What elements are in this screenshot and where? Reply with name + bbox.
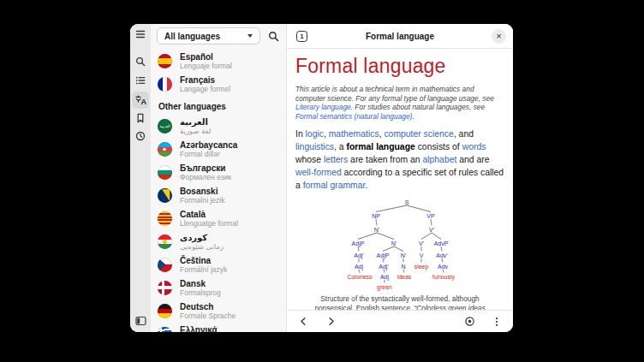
- wiki-link[interactable]: linguistics: [295, 142, 334, 151]
- translated-article-title: لغة صورية: [180, 127, 211, 135]
- language-panel-header: All languages: [151, 24, 286, 48]
- language-item-de[interactable]: DeutschFormale Sprache: [151, 300, 286, 323]
- article-header: Formal language 1 ×: [287, 24, 513, 49]
- language-item-el[interactable]: ΕλληνικάΤυπική γλώσσα: [151, 323, 286, 332]
- translated-article-title: Формален език: [180, 173, 231, 181]
- flag-icon-el: [158, 327, 172, 332]
- forward-button[interactable]: [322, 313, 339, 330]
- hatnote: This article is about a technical term i…: [295, 85, 504, 121]
- tree-node: NP: [372, 213, 380, 219]
- article-panel: Formal language 1 × Formal language This…: [287, 24, 513, 332]
- toggle-sidebar-button[interactable]: [132, 312, 149, 329]
- language-item-fr[interactable]: FrançaisLangage formel: [151, 73, 286, 96]
- tree-node: S: [405, 199, 409, 205]
- language-name: Deutsch: [180, 302, 236, 312]
- article-footer: [287, 310, 513, 332]
- rail-languages-button[interactable]: A: [132, 92, 149, 109]
- language-filter-label: All languages: [164, 32, 220, 41]
- svg-text:A: A: [140, 98, 146, 105]
- wiki-link[interactable]: words: [462, 142, 486, 151]
- page-title: Formal language: [295, 55, 504, 78]
- close-icon: ×: [496, 32, 501, 41]
- tree-node: N: [401, 264, 405, 270]
- translated-article-title: Langage formel: [180, 85, 230, 93]
- wiki-link[interactable]: letters: [324, 155, 348, 164]
- wiki-link[interactable]: mathematics: [329, 129, 379, 139]
- wiki-link[interactable]: Literary language: [295, 103, 351, 111]
- chevron-left-icon: [299, 317, 308, 326]
- language-search-button[interactable]: [265, 27, 282, 45]
- language-item-ku[interactable]: کوردیزمانی شێوەیی: [151, 230, 286, 253]
- figure-caption: Structure of the syntactically well-form…: [307, 294, 493, 310]
- language-list: EspañolLenguaje formalFrançaisLangage fo…: [151, 48, 286, 332]
- translated-article-title: Formale Sprache: [180, 312, 236, 320]
- clock-icon: [135, 131, 146, 141]
- back-button[interactable]: [295, 313, 312, 330]
- article-menu-button[interactable]: [488, 313, 505, 330]
- translated-article-title: زمانی شێوەیی: [180, 242, 224, 251]
- chevron-down-icon: [247, 34, 253, 38]
- rail-toc-button[interactable]: [132, 72, 149, 89]
- language-name: العربية: [180, 117, 211, 128]
- lead-paragraph: In logic, mathematics, computer science,…: [295, 128, 504, 192]
- tree-word: Colorless: [347, 274, 372, 280]
- language-item-bg[interactable]: БългарскиФормален език: [151, 161, 286, 184]
- rail-bookmarks-button[interactable]: [132, 110, 149, 127]
- flag-icon-es: [158, 54, 172, 68]
- wiki-link[interactable]: logic: [306, 129, 324, 139]
- language-name: Ελληνικά: [180, 325, 230, 332]
- icon-rail: A: [130, 24, 151, 332]
- flag-icon-bs: [158, 188, 172, 203]
- wiki-link[interactable]: Formal semantics (natural language): [295, 112, 412, 121]
- tree-node: AdjP: [352, 240, 365, 246]
- figure: SNPVPN'V'AdjPN'V'AdvPAdj'AdjPN'VAdv'AdjA…: [295, 193, 504, 310]
- languages-icon: A: [135, 95, 146, 105]
- wiki-link[interactable]: well-formed: [295, 168, 342, 177]
- language-name: Español: [180, 52, 232, 62]
- rail-history-button[interactable]: [132, 128, 149, 145]
- language-item-ca[interactable]: CatalàLlenguatge formal: [151, 207, 286, 230]
- wiki-link[interactable]: formal grammar: [303, 181, 366, 190]
- language-item-cs[interactable]: ČeštinaFormální jazyk: [151, 253, 286, 276]
- language-name: Azərbaycanca: [180, 140, 237, 151]
- flag-icon-da: [158, 281, 172, 295]
- rail-search-button[interactable]: [132, 53, 149, 70]
- language-panel: All languages EspañolLenguaje formalFran…: [151, 24, 287, 332]
- wiki-reader-window: A: [130, 24, 513, 332]
- reader-view-button[interactable]: [461, 313, 478, 330]
- chevron-right-icon: [326, 317, 336, 326]
- kebab-menu-icon: [492, 317, 502, 327]
- language-name: Català: [180, 210, 238, 220]
- language-name: Français: [180, 75, 230, 86]
- flag-icon-fr: [158, 77, 172, 92]
- tree-node: V': [429, 227, 434, 233]
- flag-icon-ca: [158, 211, 172, 226]
- syntax-tree[interactable]: SNPVPN'V'AdjPN'V'AdvPAdj'AdjPN'VAdv'AdjA…: [336, 193, 464, 291]
- language-item-es[interactable]: EspañolLenguaje formal: [151, 50, 286, 73]
- wiki-link[interactable]: alphabet: [422, 155, 456, 164]
- translated-article-title: Lenguaje formal: [180, 62, 232, 70]
- tabs-indicator-icon[interactable]: 1: [296, 31, 307, 42]
- tree-node: Adj': [379, 264, 388, 270]
- tree-word: furiously: [432, 274, 455, 280]
- language-name: Čeština: [180, 256, 227, 266]
- list-icon: [135, 75, 146, 86]
- language-item-da[interactable]: DanskFormalsprog: [151, 276, 286, 300]
- translated-article-title: Formální jazyk: [180, 265, 227, 274]
- tree-node: Adv: [438, 264, 448, 270]
- language-filter-dropdown[interactable]: All languages: [157, 27, 260, 45]
- main-menu-button[interactable]: [132, 26, 149, 43]
- flag-icon-ar: [158, 119, 172, 134]
- language-item-az[interactable]: AzərbaycancaFormal dillər: [151, 138, 286, 161]
- wiki-link[interactable]: computer science: [384, 129, 453, 139]
- desktop-background: A: [0, 0, 644, 362]
- tree-node: N': [391, 240, 397, 246]
- close-button[interactable]: ×: [492, 29, 506, 44]
- language-item-bs[interactable]: BosanskiFormalni jezik: [151, 184, 286, 207]
- translated-article-title: Llenguatge formal: [180, 219, 238, 228]
- tree-node: Adj: [355, 264, 363, 270]
- translated-article-title: Formalni jezik: [180, 196, 224, 205]
- language-item-ar[interactable]: العربيةلغة صورية: [151, 115, 286, 138]
- article-body: Formal language This article is about a …: [287, 49, 513, 310]
- tree-node: V: [420, 252, 424, 258]
